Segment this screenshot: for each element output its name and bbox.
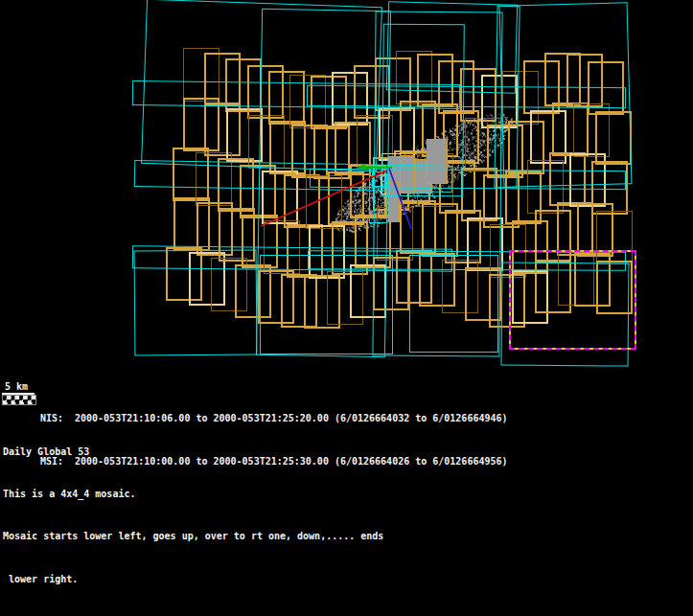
- mosaic-outline: [509, 250, 636, 350]
- mosaic-outline-dashes: [509, 250, 636, 350]
- note-mosaic-type: This is a 4x4_4 mosaic.: [3, 488, 383, 502]
- note-description-2: lower right.: [3, 573, 383, 587]
- nis-fov-rect: [134, 249, 258, 355]
- nis-fov-rect: [369, 175, 387, 223]
- mosaic-plot: [0, 0, 693, 474]
- nis-fov-rect: [310, 169, 626, 190]
- nis-fov-rect: [260, 255, 393, 354]
- note-description-1: Mosaic starts lower left, goes up, over …: [3, 530, 383, 544]
- nis-fov-rect: [307, 85, 626, 108]
- nis-fov-rect: [409, 255, 498, 353]
- mosaic-planning-screen: 5 km NIS:2000-053T21:10:06.00 to 2000-05…: [0, 0, 693, 616]
